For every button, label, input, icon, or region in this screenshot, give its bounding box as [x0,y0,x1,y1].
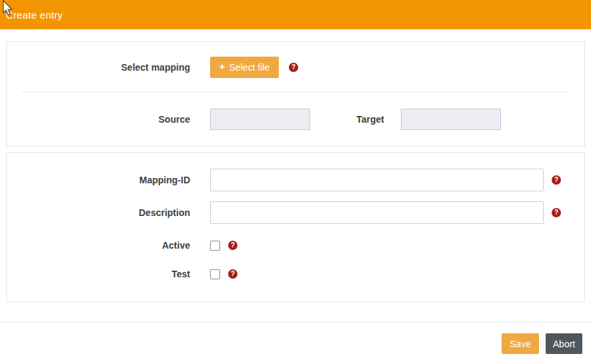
mapping-selection-panel: Select mapping + Select file ? Source Ta… [6,41,585,147]
select-file-button[interactable]: + Select file [210,57,279,78]
active-row: Active ? [7,240,584,251]
source-target-row: Source Target [7,93,584,146]
test-checkbox[interactable] [210,269,220,279]
source-label: Source [7,114,190,125]
description-row: Description ? [7,201,584,224]
page-title: Create entry [6,9,63,21]
footer-divider [0,322,591,323]
mapping-id-label: Mapping-ID [7,175,190,185]
help-icon[interactable]: ? [552,208,561,217]
select-mapping-row: Select mapping + Select file ? [7,42,584,92]
abort-button[interactable]: Abort [546,333,582,354]
select-mapping-label: Select mapping [7,62,190,73]
description-label: Description [7,207,190,218]
entry-details-panel: Mapping-ID ? Description ? Active ? Test… [6,152,585,302]
active-checkbox[interactable] [210,241,220,251]
mapping-id-input[interactable] [210,169,544,191]
header-bar: Create entry [0,0,591,29]
plus-icon: + [219,61,225,72]
target-label: Target [310,114,384,125]
save-button[interactable]: Save [502,333,539,354]
source-field [210,109,310,130]
select-file-button-label: Select file [229,62,270,73]
test-label: Test [7,269,190,279]
test-row: Test ? [7,269,584,279]
action-bar: Save Abort [502,333,582,354]
help-icon[interactable]: ? [289,63,298,72]
help-icon[interactable]: ? [228,241,237,250]
active-label: Active [7,240,190,251]
description-input[interactable] [210,201,544,224]
mouse-cursor-icon [2,0,13,17]
target-field [401,109,501,130]
mapping-id-row: Mapping-ID ? [7,169,584,191]
help-icon[interactable]: ? [552,175,561,185]
help-icon[interactable]: ? [228,269,237,279]
